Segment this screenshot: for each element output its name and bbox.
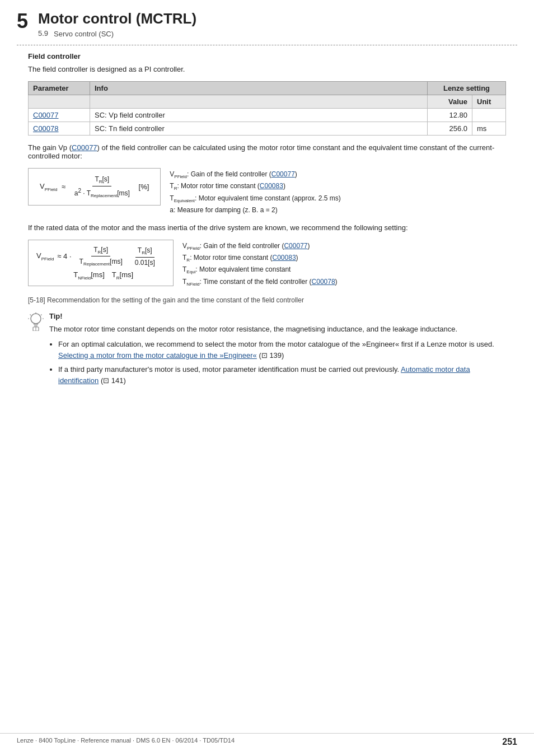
formula2-main-row: VPField ≈ 4 · TR[s] TReplacement[ms] TR[… [36,246,165,267]
tip-content: The motor rotor time constant depends on… [49,324,506,386]
text-before-formula2: If the rated data of the motor and the m… [28,223,506,232]
dashed-line [17,45,517,45]
col-unit: Unit [472,95,506,109]
lightbulb-icon [28,312,44,331]
table-row: C00078 SC: Tn field controller 256.0 ms [29,122,506,136]
formula1-visual: VPField ≈ TR[s] a2 · TReplacement[ms] [%… [28,168,161,206]
footer-left: Lenze · 8400 TopLine · Reference manual … [17,737,235,747]
formula2-lhs: VPField [36,251,54,262]
formula1-lhs-sub: PField [45,186,58,192]
col-info: Info [90,82,428,95]
param-c00077-link[interactable]: C00077 [33,111,59,119]
tip-bullet1-text-before: For an optimal calculation, we recommend… [58,340,494,348]
formula1-equals: ≈ [59,183,67,191]
figure-caption: [5-18] Recommendation for the setting of… [28,296,506,304]
page-footer: Lenze · 8400 TopLine · Reference manual … [0,733,534,747]
table-subheader-row: Value Unit [29,95,506,109]
formula2-notes: VPField: Gain of the field controller (C… [182,240,338,288]
formula1-num-sub: R [99,180,102,185]
tip-intro: The motor rotor time constant depends on… [49,324,506,335]
chapter-subtitle: Servo control (SC) [54,30,114,38]
formula1-denominator: a2 · TReplacement[ms] [72,186,132,198]
formula1-note-2: TR: Motor rotor time constant (C00083) [170,181,341,193]
formula2-box: VPField ≈ 4 · TR[s] TReplacement[ms] TR[… [28,240,506,288]
svg-line-5 [41,314,42,315]
tip-bullet1-text-after: (⊡ 139) [257,351,284,360]
formula2-note2-link[interactable]: C00083 [273,254,296,262]
tip-label: Tip! [49,312,506,320]
page-header: 5 Motor control (MCTRL) 5.9 Servo contro… [0,0,534,40]
col-lenze-setting: Lenze setting [428,82,506,95]
param-link-cell[interactable]: C00077 [29,109,90,122]
tip-bullets: For an optimal calculation, we recommend… [58,339,506,386]
formula1-numerator: TR[s] [92,175,111,186]
page-number: 251 [502,737,517,747]
formula2-lhs-sub: PField [41,256,54,262]
param-value-2: 256.0 [428,122,472,136]
formula2-den2: 0.01[s] [133,258,157,267]
tip-bullet-1: For an optimal calculation, we recommend… [58,339,506,361]
section-title: Field controller [28,52,506,60]
tip-bullet2-text-before: If a third party manufacturer's motor is… [58,365,401,374]
formula2-num1: TR[s] [91,246,110,256]
formula1-box: VPField ≈ TR[s] a2 · TReplacement[ms] [%… [28,168,506,216]
section-description: The field controller is designed as a PI… [28,65,506,73]
chapter-title-main: Motor control (MCTRL) [38,10,196,27]
table-header-row: Parameter Info Lenze setting [29,82,506,95]
formula2-den1: TReplacement[ms] [77,256,125,267]
formula2-visual: VPField ≈ 4 · TR[s] TReplacement[ms] TR[… [28,240,174,286]
c00077-inline-link[interactable]: C00077 [72,143,97,152]
main-content: Field controller The field controller is… [0,52,534,421]
text-before-formula1: The gain Vp (C00077) of the field contro… [28,143,506,160]
formula2-approx: ≈ 4 · [57,252,71,260]
formula2-note-1: VPField: Gain of the field controller (C… [182,241,338,253]
param-link-cell[interactable]: C00078 [29,122,90,136]
table-row: C00077 SC: Vp field controller 12.80 [29,109,506,122]
formula2-fraction2: TR[s] 0.01[s] [133,246,157,266]
tip-bullet1-link[interactable]: Selecting a motor from the motor catalog… [58,351,257,360]
param-info-1: SC: Vp field controller [90,109,428,122]
formula1-unit: [%] [137,183,149,191]
formula2-note4-link[interactable]: C00078 [312,278,335,286]
parameter-table: Parameter Info Lenze setting Value Unit … [28,81,506,136]
formula2-num2: TR[s] [135,246,154,257]
chapter-sub-number: 5.9 [38,29,48,38]
tip-box: Tip! The motor rotor time constant depen… [28,312,506,391]
col-value: Value [428,95,472,109]
formula1-note1-link[interactable]: C00077 [271,170,295,178]
formula1-squared: 2 [78,188,81,194]
tip-bullet-2: If a third party manufacturer's motor is… [58,364,506,386]
formula1-note2-link[interactable]: C00083 [260,182,283,190]
formula1-fraction: TR[s] a2 · TReplacement[ms] [72,175,132,198]
chapter-number: 5 [17,10,28,32]
formula2-second-row: VPField ≈ 4 · TNField[ms] TR[ms] [36,270,165,281]
svg-line-4 [30,314,31,315]
param-unit-2: ms [472,122,506,136]
formula1-note-4: a: Measure for damping (z. B. a = 2) [170,205,341,216]
separator [17,45,517,45]
formula1-row: VPField ≈ TR[s] a2 · TReplacement[ms] [%… [40,175,149,198]
tip-icon [28,312,44,331]
formula2-note1-link[interactable]: C00077 [284,242,307,250]
svg-point-0 [31,314,41,324]
param-unit-1 [472,109,506,122]
formula2-fraction1: TR[s] TReplacement[ms] [77,246,125,267]
param-c00078-link[interactable]: C00078 [33,124,59,133]
formula2-note-3: TEqui: Motor equivalent time constant [182,264,338,276]
formula1-notes: VPField: Gain of the field controller (C… [170,168,341,216]
formula1-lhs: VPField [40,182,57,192]
chapter-titles: Motor control (MCTRL) 5.9 Servo control … [38,10,196,38]
formula1-note-1: VPField: Gain of the field controller (C… [170,169,341,181]
formula2-note-2: TR: Motor rotor time constant (C00083) [182,253,338,264]
formula2-tr-second: TR[ms] [108,270,133,281]
tip-bullet2-text-after: (⊡ 141) [99,376,126,385]
formula1-note-3: TEquivalent: Motor equivalent time const… [170,193,341,205]
formula1-den-sub: Replacement [91,193,117,198]
tip-body: Tip! The motor rotor time constant depen… [49,312,506,391]
formula2-tnfeld: TNField[ms] [73,270,105,281]
col-parameter: Parameter [29,82,90,95]
param-value-1: 12.80 [428,109,472,122]
param-info-2: SC: Tn field controller [90,122,428,136]
formula2-note-4: TNField: Time constant of the field cont… [182,277,338,288]
